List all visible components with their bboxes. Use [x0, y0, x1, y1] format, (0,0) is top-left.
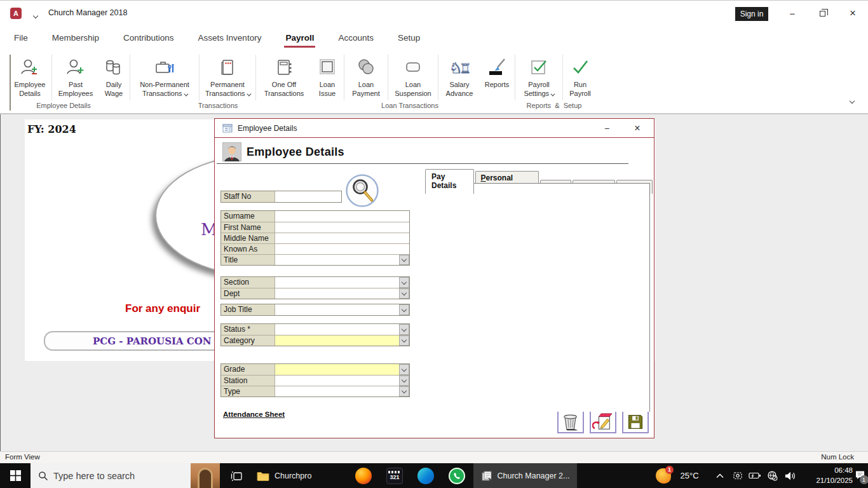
speaker-icon	[784, 471, 796, 481]
employee-avatar	[222, 142, 241, 161]
ribbon-button-loan-issue[interactable]: Loan Issue	[311, 53, 343, 98]
job-title-select[interactable]	[275, 304, 409, 315]
taskbar-video-player[interactable]: 321	[379, 463, 410, 488]
job-title-group: Job Title	[220, 304, 410, 316]
save-floppy-icon	[627, 413, 644, 431]
surname-label: Surname	[221, 211, 275, 222]
ribbon-button-past-employees[interactable]: Past Employees	[53, 53, 98, 98]
taskbar-whatsapp[interactable]	[442, 463, 472, 488]
tray-network-button[interactable]	[764, 463, 780, 488]
church-manager-app-icon	[481, 470, 492, 482]
middle-name-input[interactable]	[275, 233, 409, 243]
staff-no-row: Staff No	[221, 191, 341, 202]
attendance-sheet-link[interactable]: Attendance Sheet	[223, 410, 285, 418]
svg-text:♜: ♜	[459, 61, 470, 76]
status-bar: Form View Num Lock	[0, 451, 868, 463]
taskbar-clock[interactable]: 06:48 21/10/2025	[808, 463, 853, 488]
edit-notepad-icon	[592, 412, 614, 431]
ribbon-button-daily-wage[interactable]: Daily Wage	[98, 53, 129, 98]
tab-payroll[interactable]: Payroll	[284, 30, 315, 45]
ribbon-button-employee-details[interactable]: Employee Details	[9, 53, 51, 98]
notification-icon: 1	[855, 470, 865, 482]
dept-select[interactable]	[275, 288, 409, 299]
one-off-transactions-icon	[274, 56, 294, 79]
ribbon-button-payroll-settings[interactable]: Payroll Settings	[516, 53, 562, 98]
collapse-ribbon-icon[interactable]	[845, 95, 859, 107]
name-fields-group: Surname First Name Middle Name Known As …	[220, 210, 410, 266]
ribbon-button-salary-advance[interactable]: ♞♜ Salary Advance	[439, 53, 480, 98]
surname-input[interactable]	[275, 211, 409, 222]
dropdown-button[interactable]	[399, 364, 409, 375]
ribbon-button-one-off-transactions[interactable]: One Off Transactions	[257, 53, 311, 98]
ribbon-button-reports[interactable]: Reports	[480, 53, 514, 90]
dropdown-button[interactable]	[399, 255, 409, 265]
dropdown-button[interactable]	[399, 386, 409, 396]
org-fields-group: Section Dept	[220, 276, 410, 299]
search-highlight-image[interactable]	[191, 463, 220, 488]
taskbar-edge[interactable]	[410, 463, 441, 488]
tray-battery-button[interactable]	[747, 463, 763, 488]
tab-file[interactable]: File	[13, 30, 29, 45]
delete-record-button[interactable]	[557, 410, 584, 433]
dialog-minimize-button[interactable]: −	[596, 121, 618, 136]
category-select[interactable]	[275, 336, 409, 346]
taskbar-church-manager[interactable]: Church Manager 2...	[473, 463, 577, 488]
sign-in-button[interactable]: Sign in	[735, 7, 768, 21]
ribbon-button-loan-suspension[interactable]: Loan Suspension	[389, 53, 437, 98]
tray-volume-button[interactable]	[781, 463, 799, 488]
folder-label: Churchpro	[275, 471, 311, 480]
tab-accounts[interactable]: Accounts	[337, 30, 375, 45]
tab-assets-inventory[interactable]: Assets Inventory	[197, 30, 263, 45]
ribbon-button-run-payroll[interactable]: Run Payroll	[564, 53, 597, 98]
app-title-bar: A Church Manager 2018 Sign in − ×	[0, 0, 868, 25]
form-window-icon	[222, 123, 233, 133]
status-select[interactable]	[275, 324, 409, 335]
taskbar-weather[interactable]: 1	[652, 463, 675, 488]
weather-badge: 1	[665, 466, 674, 474]
salary-advance-icon: ♞♜	[449, 56, 470, 79]
dialog-heading: Employee Details	[247, 146, 344, 159]
fiscal-year-label: FY: 2024	[27, 123, 76, 135]
tab-membership[interactable]: Membership	[51, 30, 100, 45]
ribbon-button-loan-payment[interactable]: Loan Payment	[345, 53, 387, 98]
dialog-close-button[interactable]: ×	[627, 121, 648, 136]
station-select[interactable]	[275, 376, 409, 386]
dropdown-button[interactable]	[399, 324, 409, 335]
dropdown-button[interactable]	[399, 376, 409, 386]
close-button[interactable]: ×	[843, 6, 862, 21]
tab-contributions[interactable]: Contributions	[122, 30, 175, 45]
quick-access-caret-icon[interactable]	[34, 11, 37, 20]
notification-center-button[interactable]: 1	[851, 463, 868, 488]
title-select[interactable]	[275, 255, 409, 265]
dropdown-button[interactable]	[399, 304, 409, 315]
grade-select[interactable]	[275, 364, 409, 375]
run-payroll-icon	[570, 56, 590, 79]
tab-setup[interactable]: Setup	[397, 30, 421, 45]
first-name-input[interactable]	[275, 222, 409, 233]
save-record-button[interactable]	[622, 410, 649, 433]
task-view-button[interactable]	[224, 463, 249, 488]
taskbar-firefox[interactable]	[348, 463, 379, 488]
ribbon-button-non-permanent-transactions[interactable]: Non-Permanent Transactions	[131, 53, 198, 98]
type-select[interactable]	[275, 386, 409, 396]
section-select[interactable]	[275, 277, 409, 288]
enquiry-text: For any enquir	[125, 302, 200, 315]
taskbar-folder-churchpro[interactable]: Churchpro	[252, 463, 327, 488]
tray-expand-button[interactable]	[712, 463, 728, 488]
restore-button[interactable]	[813, 6, 832, 21]
taskbar-search[interactable]: Type here to search	[31, 463, 220, 488]
search-employee-icon[interactable]	[345, 173, 379, 208]
edit-record-button[interactable]	[590, 410, 616, 433]
dropdown-button[interactable]	[399, 288, 409, 299]
dialog-title: Employee Details	[238, 124, 297, 133]
ribbon-button-permanent-transactions[interactable]: Permanent Transactions	[200, 53, 255, 98]
tray-display-button[interactable]	[729, 463, 746, 488]
known-as-input[interactable]	[275, 244, 409, 254]
start-button[interactable]	[0, 463, 31, 488]
staff-no-input[interactable]	[275, 191, 341, 202]
dropdown-button[interactable]	[399, 336, 409, 346]
dropdown-button[interactable]	[399, 277, 409, 288]
minimize-button[interactable]: −	[783, 6, 802, 21]
tab-pay-details[interactable]: Pay Details	[425, 169, 474, 194]
loan-issue-icon	[317, 56, 337, 79]
